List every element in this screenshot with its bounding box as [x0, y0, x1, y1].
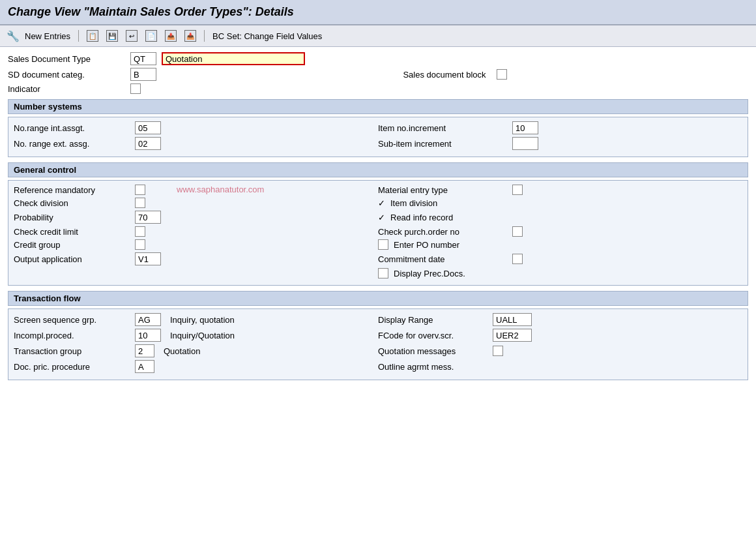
- doc-pric-procedure-field[interactable]: A: [135, 360, 154, 373]
- enter-po-number-label: Enter PO number: [394, 240, 459, 250]
- transaction-group-field[interactable]: 2: [135, 344, 154, 357]
- sd-doc-categ-field[interactable]: B: [130, 68, 156, 81]
- display-range-field[interactable]: UALL: [493, 313, 532, 326]
- doc-pric-procedure-label: Doc. pric. procedure: [14, 362, 131, 372]
- transaction-flow-header: Transaction flow: [8, 291, 748, 306]
- download-icon: 📥: [184, 30, 196, 42]
- separator-1: [78, 30, 79, 42]
- upload-icon: 📤: [165, 30, 177, 42]
- number-systems-section: No.range int.assgt. 05 Item no.increment…: [8, 117, 748, 157]
- display-range-label: Display Range: [378, 315, 489, 325]
- undo-icon: ↩: [126, 30, 138, 42]
- sales-doc-type-label: Sales Document Type: [8, 54, 125, 64]
- doc-pric-procedure-value: A: [138, 362, 144, 372]
- no-range-int-field[interactable]: 05: [135, 121, 161, 134]
- no-range-ext-value: 02: [138, 139, 147, 149]
- item-no-increment-label: Item no.increment: [378, 123, 508, 133]
- copy-button[interactable]: 📋: [84, 29, 101, 43]
- transaction-group-label: Transaction group: [14, 346, 131, 356]
- outline-agrmt-label: Outline agrmt mess.: [378, 362, 489, 372]
- download-button[interactable]: 📥: [182, 29, 199, 43]
- page-title: Change View "Maintain Sales Order Types"…: [8, 5, 748, 19]
- screen-seq-grp-label: Screen sequence grp.: [14, 315, 131, 325]
- create-button[interactable]: 📄: [143, 29, 160, 43]
- enter-po-number-checkbox[interactable]: [378, 239, 388, 250]
- save-button[interactable]: 💾: [104, 29, 121, 43]
- transaction-flow-section: Screen sequence grp. AG Inquiry, quotati…: [8, 308, 748, 380]
- display-prec-docs-label: Display Prec.Docs.: [394, 269, 465, 278]
- incompl-proced-field[interactable]: 10: [135, 329, 161, 342]
- display-range-value: UALL: [496, 315, 517, 325]
- screen-seq-grp-value: AG: [138, 315, 151, 325]
- general-control-section: Reference mandatory www.saphanatutor.com…: [8, 180, 748, 286]
- new-entries-button[interactable]: New Entries: [22, 30, 73, 42]
- transaction-group-value: 2: [138, 346, 143, 356]
- credit-group-checkbox[interactable]: [135, 239, 145, 250]
- output-application-value: V1: [138, 254, 149, 264]
- quotation-messages-label: Quotation messages: [378, 346, 489, 356]
- fcode-overv-label: FCode for overv.scr.: [378, 331, 489, 340]
- incompl-proced-value: 10: [138, 331, 147, 340]
- general-control-header: General control: [8, 162, 748, 177]
- new-entries-icon: 🔧: [7, 30, 20, 42]
- sales-doc-type-name-value: Quotation: [166, 54, 202, 64]
- sd-doc-categ-value: B: [134, 70, 139, 80]
- check-purch-order-label: Check purch.order no: [378, 227, 508, 237]
- upload-button[interactable]: 📤: [162, 29, 179, 43]
- create-icon: 📄: [145, 30, 157, 42]
- sub-item-increment-label: Sub-item increment: [378, 139, 508, 149]
- material-entry-type-checkbox[interactable]: [512, 185, 523, 195]
- commitment-date-label: Commitment date: [378, 254, 508, 264]
- transaction-group-desc: Quotation: [164, 346, 200, 356]
- indicator-checkbox[interactable]: [130, 83, 141, 94]
- ref-mandatory-label: Reference mandatory: [14, 185, 131, 195]
- ref-mandatory-checkbox[interactable]: [135, 185, 145, 195]
- bc-set-label: BC Set: Change Field Values: [212, 31, 322, 41]
- no-range-ext-field[interactable]: 02: [135, 137, 161, 150]
- credit-group-label: Credit group: [14, 240, 131, 250]
- fcode-overv-field[interactable]: UER2: [493, 329, 532, 342]
- read-info-record-label: Read info record: [390, 213, 453, 222]
- output-application-label: Output application: [14, 254, 131, 264]
- no-range-ext-label: No. range ext. assg.: [14, 139, 131, 149]
- item-division-label: Item division: [390, 198, 437, 208]
- incompl-proced-label: Incompl.proced.: [14, 331, 131, 340]
- probability-label: Probability: [14, 213, 131, 222]
- separator-2: [204, 30, 205, 42]
- check-division-checkbox[interactable]: [135, 198, 145, 208]
- probability-field[interactable]: 70: [135, 211, 161, 224]
- sales-doc-type-code-field[interactable]: QT: [130, 52, 156, 65]
- item-division-check-icon: ✓: [378, 198, 385, 208]
- item-no-increment-field[interactable]: 10: [512, 121, 538, 134]
- quotation-messages-checkbox[interactable]: [493, 346, 503, 356]
- no-range-int-value: 05: [138, 123, 147, 133]
- check-purch-order-checkbox[interactable]: [512, 226, 523, 237]
- sales-doc-type-code-value: QT: [134, 54, 145, 64]
- sales-doc-block-label: Sales document block: [403, 70, 486, 80]
- output-application-field[interactable]: V1: [135, 252, 161, 265]
- undo-button[interactable]: ↩: [123, 29, 140, 43]
- check-credit-limit-checkbox[interactable]: [135, 226, 145, 237]
- material-entry-type-label: Material entry type: [378, 185, 508, 195]
- sub-item-increment-field[interactable]: [512, 137, 538, 150]
- fcode-overv-value: UER2: [496, 331, 519, 340]
- check-division-label: Check division: [14, 198, 131, 208]
- sales-doc-type-name-field[interactable]: Quotation: [162, 52, 305, 65]
- item-no-increment-value: 10: [516, 123, 525, 133]
- display-prec-docs-checkbox[interactable]: [378, 268, 388, 278]
- screen-seq-grp-desc: Inquiry, quotation: [170, 315, 235, 325]
- read-info-record-check-icon: ✓: [378, 213, 385, 222]
- number-systems-header: Number systems: [8, 99, 748, 114]
- copy-icon: 📋: [87, 30, 98, 42]
- sales-doc-block-checkbox[interactable]: [497, 69, 507, 80]
- incompl-proced-desc: Inquiry/Quotation: [170, 331, 235, 340]
- save-icon: 💾: [106, 30, 118, 42]
- probability-value: 70: [138, 213, 147, 222]
- sd-doc-categ-label: SD document categ.: [8, 70, 125, 80]
- screen-seq-grp-field[interactable]: AG: [135, 313, 161, 326]
- check-credit-limit-label: Check credit limit: [14, 227, 131, 237]
- new-entries-label: New Entries: [25, 31, 70, 41]
- commitment-date-checkbox[interactable]: [512, 254, 523, 264]
- indicator-label: Indicator: [8, 84, 125, 94]
- no-range-int-label: No.range int.assgt.: [14, 123, 131, 133]
